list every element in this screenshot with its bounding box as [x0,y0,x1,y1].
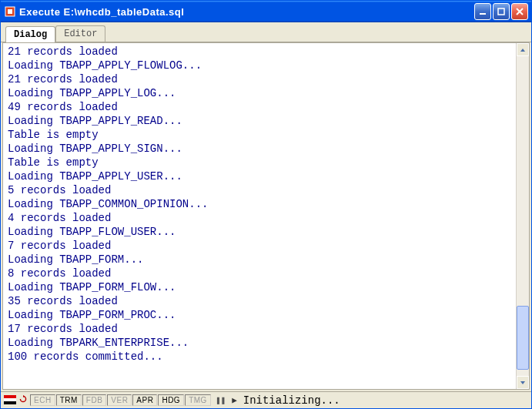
log-line: 35 records loaded [8,294,511,308]
tab-dialog[interactable]: Dialog [5,26,55,42]
log-line: Loading TBAPP_FORM_PROC... [8,308,511,322]
tabstrip: Dialog Editor [1,22,531,42]
status-seg-fdb[interactable]: FDB [82,394,107,406]
log-line: 5 records loaded [8,183,511,197]
log-line: Table is empty [8,128,511,142]
svg-rect-5 [4,398,16,401]
log-line: 8 records loaded [8,267,511,280]
status-seg-hdg[interactable]: HDG [158,394,184,406]
log-line: Loading TBAPP_APPLY_USER... [8,169,511,183]
close-button[interactable] [511,3,528,20]
log-line: Loading TBAPP_COMMON_OPINION... [8,197,511,211]
scroll-thumb[interactable] [517,306,529,370]
app-window: Execute E:\whcdb_tableData.sql Dialog Ed… [0,0,532,409]
window-controls [474,3,528,20]
log-line: 21 records loaded [8,72,511,86]
status-seg-tmg[interactable]: TMG [185,394,211,406]
log-line: Loading TBPARK_ENTERPRISE... [8,336,511,350]
status-seg-apr[interactable]: APR [132,394,157,406]
svg-rect-2 [480,13,486,15]
tab-editor[interactable]: Editor [55,25,105,42]
vertical-scrollbar[interactable] [516,43,529,389]
status-seg-trm[interactable]: TRM [56,394,82,406]
play-icon[interactable]: ▶ [230,395,239,405]
log-line: Loading TBAPP_APPLY_LOG... [8,86,511,100]
log-line: Loading TBAPP_FORM... [8,253,511,267]
svg-rect-4 [4,395,16,398]
minimize-button[interactable] [474,3,491,20]
log-line: Loading TBAPP_APPLY_SIGN... [8,142,511,156]
log-line: 17 records loaded [8,322,511,336]
flag-icon [4,395,16,406]
log-line: Table is empty [8,156,511,169]
log-line: Loading TBAPP_APPLY_READ... [8,114,511,128]
status-segments: ECHTRMFDBVERAPRHDGTMG [30,394,211,406]
svg-rect-3 [498,8,504,15]
status-seg-ech[interactable]: ECH [30,394,55,406]
log-line: 49 records loaded [8,100,511,114]
log-line: 7 records loaded [8,239,511,253]
scroll-track[interactable] [517,56,529,376]
titlebar[interactable]: Execute E:\whcdb_tableData.sql [1,1,531,22]
log-output[interactable]: 21 records loadedLoading TBAPP_APPLY_FLO… [3,43,516,389]
status-message: Initializing... [240,394,340,407]
window-title: Execute E:\whcdb_tableData.sql [19,6,474,18]
app-icon [4,5,16,18]
log-line: Loading TBAPP_FORM_FLOW... [8,280,511,294]
scroll-down-button[interactable] [517,376,529,389]
log-line: 4 records loaded [8,211,511,225]
log-line: 21 records loaded [8,45,511,59]
pause-icon[interactable]: ❚❚ [212,395,229,405]
content-area: 21 records loadedLoading TBAPP_APPLY_FLO… [1,42,531,391]
log-line: 100 records committed... [8,350,511,364]
statusbar: ECHTRMFDBVERAPRHDGTMG ❚❚ ▶ Initializing.… [1,391,531,408]
log-line: Loading TBAPP_FLOW_USER... [8,225,511,239]
status-seg-ver[interactable]: VER [107,394,132,406]
svg-rect-1 [8,9,12,14]
scroll-up-button[interactable] [517,43,529,56]
reload-icon[interactable] [18,395,28,406]
log-pane: 21 records loadedLoading TBAPP_APPLY_FLO… [2,42,530,390]
log-line: Loading TBAPP_APPLY_FLOWLOG... [8,59,511,72]
maximize-button[interactable] [493,3,510,20]
svg-rect-6 [4,401,16,404]
